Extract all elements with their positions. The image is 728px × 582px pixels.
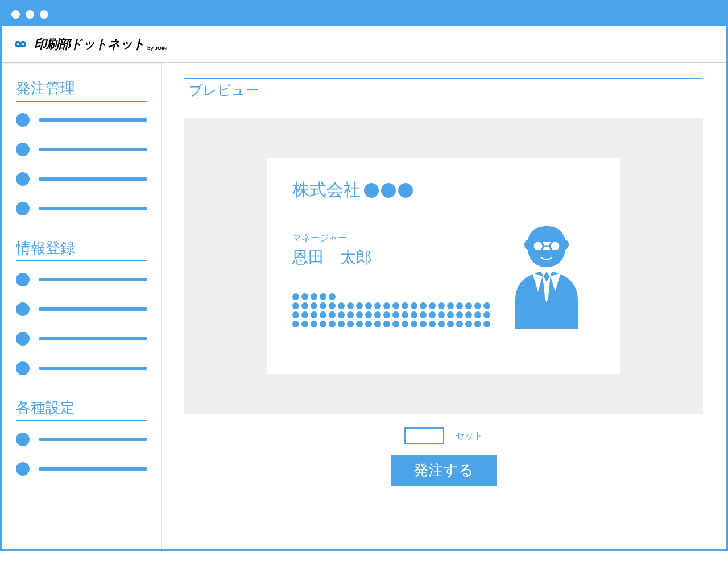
bullet-icon [16,273,30,286]
bullet-icon [16,332,30,346]
brand-subtitle: by JOIN [147,45,167,51]
sidebar-section-orders: 発注管理 [16,78,147,215]
content-area: 発注管理 情報登録 各種設定 プレビュー [2,63,726,549]
company-prefix: 株式会社 [292,178,361,202]
sidebar-item[interactable] [16,302,147,316]
company-name: 株式会社 [292,178,595,202]
company-placeholder-icon [364,183,413,198]
placeholder-line [39,367,147,370]
placeholder-line [39,278,147,281]
placeholder-line [39,207,147,210]
brand-name: 印刷部ドットネット [34,36,145,53]
placeholder-line [39,148,147,151]
sidebar-item[interactable] [16,143,147,156]
sidebar-item[interactable] [16,433,147,446]
window-control-dot[interactable] [11,10,20,19]
set-label: セット [456,430,483,442]
bullet-icon [16,462,30,476]
placeholder-line [39,467,147,471]
sidebar-section-register: 情報登録 [16,238,147,375]
placeholder-line [39,118,147,122]
placeholder-line [39,307,147,311]
sidebar: 発注管理 情報登録 各種設定 [2,63,162,549]
bullet-icon [16,202,30,215]
app-window: 印刷部ドットネット by JOIN 発注管理 情報登録 各種設定 [0,0,728,551]
sidebar-item[interactable] [16,361,147,375]
person-avatar-icon [498,215,595,329]
app-header: 印刷部ドットネット by JOIN [2,26,726,63]
sidebar-item[interactable] [16,202,147,215]
placeholder-line [39,177,147,181]
window-control-dot[interactable] [26,10,34,19]
bullet-icon [16,172,30,186]
sidebar-item[interactable] [16,462,147,476]
sidebar-section-settings: 各種設定 [16,398,147,476]
preview-area: 株式会社 マネージャー 恩田 太郎 [184,118,703,414]
window-titlebar [2,2,726,26]
quantity-input[interactable] [404,427,444,444]
sidebar-title-settings: 各種設定 [16,398,147,421]
order-button[interactable]: 発注する [391,455,497,486]
sidebar-item[interactable] [16,273,147,286]
bullet-icon [16,433,30,446]
brand-logo[interactable]: 印刷部ドットネット by JOIN [11,35,167,53]
order-quantity-row: セット [184,427,703,444]
business-card: 株式会社 マネージャー 恩田 太郎 [267,158,620,374]
sidebar-item[interactable] [16,332,147,346]
infinity-icon [11,35,30,53]
main-panel: プレビュー 株式会社 マネージャー 恩田 太郎 [162,63,726,549]
preview-title: プレビュー [184,78,703,102]
sidebar-item[interactable] [16,113,147,127]
sidebar-title-register: 情報登録 [16,238,147,261]
bullet-icon [16,302,30,316]
bullet-icon [16,361,30,375]
sidebar-title-orders: 発注管理 [16,78,147,102]
placeholder-line [39,337,147,340]
sidebar-item[interactable] [16,172,147,186]
bullet-icon [16,143,30,156]
bullet-icon [16,113,30,127]
placeholder-line [39,438,147,441]
window-control-dot[interactable] [40,10,48,19]
